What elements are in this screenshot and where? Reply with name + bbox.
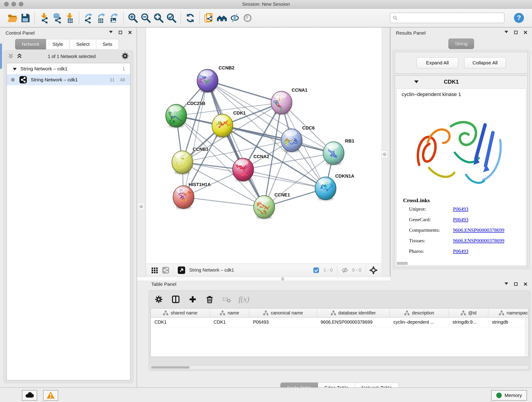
home-button[interactable] (215, 11, 228, 25)
crosslink-value-link[interactable]: 9606.ENSP00000378699 (453, 227, 504, 233)
cloud-button[interactable] (22, 390, 37, 401)
panel-menu-icon[interactable] (505, 282, 509, 287)
hidden-eye-icon[interactable] (340, 266, 349, 275)
expand-all-button[interactable]: Expand All (417, 57, 458, 68)
node-count: 11 (110, 77, 115, 83)
tab-network[interactable]: Network (15, 39, 46, 50)
panel-float-icon[interactable] (119, 31, 123, 35)
section-collapse-icon[interactable] (414, 80, 418, 83)
column-label: shared name (171, 310, 197, 316)
gene-section: CDK1 cyclin–dependent kinase 1 (395, 75, 528, 267)
panel-close-icon[interactable] (524, 31, 528, 35)
panel-close-icon[interactable] (524, 282, 528, 287)
network-collection-label: String Network – cdk1 (20, 66, 67, 71)
tab-string[interactable]: String (448, 38, 474, 49)
column-header-1[interactable]: name (210, 308, 249, 317)
column-label: namespac (507, 310, 528, 316)
gene-section-header[interactable]: CDK1 (395, 76, 527, 88)
grid-view-button[interactable] (150, 266, 159, 275)
section-scrollbar[interactable] (397, 262, 408, 265)
network-canvas[interactable]: CCNB2CCNA1CDC25BCDK1CDC6RB1CCNB1CCNA2HIS… (146, 27, 382, 264)
memory-status-icon (496, 393, 502, 398)
column-header-5[interactable]: @id (449, 308, 488, 317)
column-header-2[interactable]: canonical name (249, 308, 317, 317)
table-gear-icon[interactable] (154, 294, 164, 304)
add-column-icon[interactable] (188, 294, 198, 304)
node-RB1[interactable]: RB1 (323, 138, 354, 165)
zoom-out-button[interactable] (139, 11, 152, 25)
node-CCNB2[interactable]: CCNB2 (197, 65, 234, 93)
table-row[interactable]: CDK1CDK1P064939606.ENSP00000378699cyclin… (151, 318, 528, 327)
panel-float-icon[interactable] (514, 31, 519, 35)
column-header-4[interactable]: description (390, 308, 449, 317)
panel-menu-icon[interactable] (109, 31, 114, 35)
selected-checkbox-icon[interactable] (312, 266, 321, 275)
tree-expand-icon[interactable] (13, 66, 17, 71)
network-panel-box: 1 of 1 Network selected String Network –… (4, 51, 133, 383)
delete-column-icon[interactable] (205, 294, 215, 304)
search-field[interactable] (390, 13, 505, 23)
zoom-fit-button[interactable] (152, 11, 165, 25)
crosslink-value-link[interactable]: P06493 (453, 217, 468, 223)
tab-sets[interactable]: Sets (96, 39, 119, 50)
share-document-button[interactable] (203, 11, 215, 25)
show-all-button[interactable] (241, 11, 254, 25)
export-table-button[interactable] (95, 11, 108, 25)
column-label: canonical name (271, 310, 303, 316)
tab-style[interactable]: Style (46, 39, 70, 50)
open-session-button[interactable] (6, 11, 19, 25)
collapse-all-button[interactable]: Collapse All (464, 57, 506, 68)
import-network-database-icon (51, 13, 62, 23)
column-header-0[interactable]: shared name (151, 308, 210, 317)
export-network-button[interactable] (82, 11, 95, 25)
node-label-CCNA1: CCNA1 (292, 88, 307, 93)
right-splitter[interactable] (381, 27, 390, 276)
collapse-all-icon[interactable] (8, 53, 13, 60)
horizontal-splitter[interactable] (137, 276, 390, 281)
zoom-in-button[interactable] (127, 11, 139, 25)
crosslink-value-link[interactable]: P06493 (453, 248, 468, 254)
panel-menu-icon[interactable] (505, 31, 509, 35)
network-collection-row[interactable]: String Network – cdk1 1 (7, 63, 130, 74)
import-table-button[interactable] (63, 11, 76, 25)
node-label-CCNA2: CCNA2 (253, 154, 269, 159)
table-vertical-scrollbar[interactable] (525, 318, 528, 357)
node-CDKN1A[interactable]: CDKN1A (315, 173, 354, 201)
column-header-3[interactable]: database identifier (317, 308, 390, 317)
network-row[interactable]: String Network – cdk1 11 48 (7, 74, 130, 85)
node-HIST1H1A[interactable]: HIST1H1A (173, 182, 211, 209)
refresh-button[interactable] (184, 11, 196, 25)
crosslink-row: Pharos:P06493 (409, 248, 523, 259)
edge-CCNA2-CDKN1A (243, 170, 326, 188)
node-CDK1[interactable]: CDK1 (212, 110, 246, 138)
left-splitter-handle[interactable] (138, 203, 144, 210)
expand-all-icon[interactable] (17, 53, 22, 60)
fit-selected-crosshair-button[interactable] (369, 266, 378, 275)
table-horizontal-scrollbar[interactable] (151, 366, 529, 369)
tab-select[interactable]: Select (70, 39, 96, 50)
warning-button[interactable] (43, 390, 58, 401)
column-header-6[interactable]: namespac (488, 308, 529, 317)
scrollbar-thumb[interactable] (151, 366, 190, 369)
hide-selected-button[interactable] (228, 11, 241, 25)
crosslink-value-link[interactable]: 9606.ENSP00000378699 (453, 238, 504, 244)
panel-float-icon[interactable] (514, 282, 519, 287)
gear-icon[interactable] (121, 52, 129, 61)
save-session-button[interactable] (19, 11, 32, 25)
panel-close-icon[interactable] (128, 31, 133, 35)
node-CDC6[interactable]: CDC6 (281, 125, 315, 153)
export-image-button[interactable] (108, 11, 120, 25)
crosslink-value-link[interactable]: P06493 (453, 206, 468, 212)
search-input[interactable] (398, 15, 502, 21)
zoom-selected-button[interactable] (165, 11, 178, 25)
help-button[interactable]: ? (513, 12, 525, 24)
left-splitter[interactable] (137, 27, 146, 276)
birdseye-view-button[interactable] (161, 266, 170, 275)
detach-view-button[interactable] (177, 266, 186, 275)
memory-button[interactable]: Memory (491, 390, 527, 401)
import-network-database-button[interactable] (51, 11, 63, 25)
node-CCNA1[interactable]: CCNA1 (271, 88, 307, 115)
right-splitter-handle[interactable] (381, 151, 387, 158)
show-columns-icon[interactable] (171, 294, 181, 304)
import-network-file-button[interactable] (38, 11, 51, 25)
